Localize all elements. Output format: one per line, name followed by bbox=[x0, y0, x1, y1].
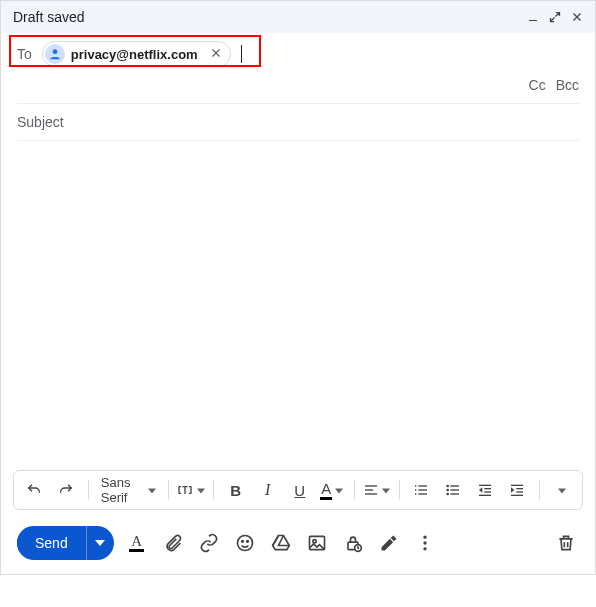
indent-less-button[interactable] bbox=[471, 476, 499, 504]
redo-button[interactable] bbox=[52, 476, 80, 504]
undo-button[interactable] bbox=[20, 476, 48, 504]
svg-rect-4 bbox=[365, 493, 377, 494]
svg-rect-5 bbox=[419, 485, 428, 486]
more-options-button[interactable] bbox=[412, 530, 438, 556]
svg-rect-15 bbox=[485, 488, 492, 489]
bottom-toolbar: Send A bbox=[1, 518, 595, 574]
svg-rect-7 bbox=[419, 493, 428, 494]
font-size-button[interactable] bbox=[177, 476, 205, 504]
chevron-down-icon bbox=[197, 482, 205, 498]
svg-point-26 bbox=[313, 540, 316, 543]
window-title: Draft saved bbox=[13, 9, 85, 25]
chevron-down-icon bbox=[335, 482, 343, 498]
svg-point-10 bbox=[447, 493, 450, 496]
svg-rect-18 bbox=[511, 485, 523, 486]
more-formatting-button[interactable] bbox=[548, 476, 576, 504]
bulleted-list-button[interactable] bbox=[439, 476, 467, 504]
svg-rect-17 bbox=[479, 495, 491, 496]
expand-icon[interactable] bbox=[549, 11, 561, 23]
separator bbox=[168, 480, 169, 500]
text-color-button[interactable]: A bbox=[318, 476, 346, 504]
svg-rect-16 bbox=[485, 491, 492, 492]
minimize-icon[interactable] bbox=[527, 11, 539, 23]
svg-rect-14 bbox=[479, 485, 491, 486]
close-icon[interactable] bbox=[571, 11, 583, 23]
insert-signature-button[interactable] bbox=[376, 530, 402, 556]
confidential-mode-button[interactable] bbox=[340, 530, 366, 556]
cc-bcc-row: Cc Bcc bbox=[17, 73, 579, 104]
insert-photo-button[interactable] bbox=[304, 530, 330, 556]
svg-point-22 bbox=[237, 536, 252, 551]
compose-window: Draft saved To privacy@netflix.com bbox=[0, 0, 596, 575]
send-button[interactable]: Send bbox=[17, 527, 86, 559]
left-tools: Send A bbox=[17, 526, 438, 560]
svg-rect-21 bbox=[511, 495, 523, 496]
recipient-chip[interactable]: privacy@netflix.com bbox=[42, 41, 231, 67]
formatting-options-button[interactable]: A bbox=[124, 530, 150, 556]
formatting-toolbar: Sans Serif B I U A bbox=[13, 470, 583, 510]
svg-rect-3 bbox=[365, 489, 373, 490]
bcc-button[interactable]: Bcc bbox=[556, 77, 579, 93]
chevron-down-icon bbox=[148, 483, 156, 498]
svg-point-31 bbox=[423, 547, 426, 550]
separator bbox=[88, 480, 89, 500]
text-color-icon: A bbox=[320, 480, 332, 500]
svg-rect-11 bbox=[451, 485, 460, 486]
svg-rect-12 bbox=[451, 489, 460, 490]
bold-button[interactable]: B bbox=[222, 476, 250, 504]
svg-rect-2 bbox=[365, 485, 377, 486]
send-button-group: Send bbox=[17, 526, 114, 560]
chip-remove-icon[interactable] bbox=[208, 46, 224, 62]
svg-point-24 bbox=[246, 541, 248, 543]
separator bbox=[213, 480, 214, 500]
svg-rect-0 bbox=[529, 20, 537, 21]
insert-emoji-button[interactable] bbox=[232, 530, 258, 556]
chevron-down-icon bbox=[382, 482, 390, 498]
insert-drive-button[interactable] bbox=[268, 530, 294, 556]
svg-rect-6 bbox=[419, 489, 428, 490]
to-label: To bbox=[17, 46, 32, 62]
italic-button[interactable]: I bbox=[254, 476, 282, 504]
body-textarea[interactable] bbox=[17, 141, 579, 467]
subject-input[interactable] bbox=[17, 104, 579, 141]
svg-rect-13 bbox=[451, 493, 460, 494]
attach-file-button[interactable] bbox=[160, 530, 186, 556]
svg-point-30 bbox=[423, 541, 426, 544]
svg-point-23 bbox=[241, 541, 243, 543]
titlebar: Draft saved bbox=[1, 1, 595, 33]
avatar-icon bbox=[45, 44, 65, 64]
separator bbox=[539, 480, 540, 500]
insert-link-button[interactable] bbox=[196, 530, 222, 556]
text-cursor bbox=[241, 45, 242, 63]
svg-rect-20 bbox=[517, 491, 524, 492]
indent-more-button[interactable] bbox=[503, 476, 531, 504]
cc-button[interactable]: Cc bbox=[529, 77, 546, 93]
svg-point-1 bbox=[52, 49, 57, 54]
numbered-list-button[interactable] bbox=[407, 476, 435, 504]
separator bbox=[399, 480, 400, 500]
send-options-button[interactable] bbox=[86, 526, 114, 560]
svg-point-8 bbox=[447, 485, 450, 488]
font-family-select[interactable]: Sans Serif bbox=[97, 475, 161, 505]
underline-button[interactable]: U bbox=[286, 476, 314, 504]
svg-point-29 bbox=[423, 536, 426, 539]
align-button[interactable] bbox=[363, 476, 391, 504]
svg-rect-19 bbox=[517, 488, 524, 489]
font-family-label: Sans Serif bbox=[101, 475, 143, 505]
separator bbox=[354, 480, 355, 500]
to-row[interactable]: To privacy@netflix.com bbox=[17, 33, 579, 73]
recipients-section: To privacy@netflix.com Cc Bcc bbox=[1, 33, 595, 470]
discard-draft-button[interactable] bbox=[553, 530, 579, 556]
svg-point-9 bbox=[447, 489, 450, 492]
recipient-email: privacy@netflix.com bbox=[71, 47, 198, 62]
window-actions bbox=[527, 11, 583, 23]
